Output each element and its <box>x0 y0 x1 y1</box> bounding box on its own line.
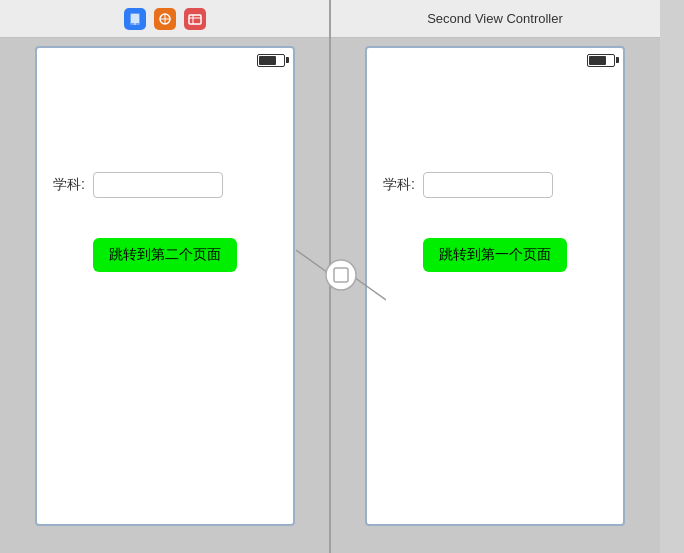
right-field-input[interactable] <box>423 172 553 198</box>
right-battery-icon <box>587 54 615 67</box>
view-icon <box>184 8 206 30</box>
svg-rect-6 <box>189 15 201 24</box>
left-battery-icon <box>257 54 285 67</box>
left-iphone-content: 学科: 跳转到第二个页面 <box>37 72 293 524</box>
panel-title: Second View Controller <box>427 11 563 26</box>
right-statusbar <box>367 48 623 72</box>
workspace: 学科: 跳转到第二个页面 Second View Controller <box>0 0 684 553</box>
right-iphone-content: 学科: 跳转到第一个页面 <box>367 72 623 524</box>
left-statusbar <box>37 48 293 72</box>
layout-icon <box>154 8 176 30</box>
left-panel: 学科: 跳转到第二个页面 <box>0 0 330 553</box>
phone-icon <box>124 8 146 30</box>
left-field-input[interactable] <box>93 172 223 198</box>
svg-rect-1 <box>131 14 139 23</box>
right-field-label: 学科: <box>383 176 415 194</box>
right-nav-button[interactable]: 跳转到第一个页面 <box>423 238 567 272</box>
svg-point-2 <box>134 23 136 25</box>
svg-point-11 <box>326 260 356 290</box>
right-iphone-frame: 学科: 跳转到第一个页面 <box>365 46 625 526</box>
right-field-row: 学科: <box>383 172 607 198</box>
left-nav-button[interactable]: 跳转到第二个页面 <box>93 238 237 272</box>
toolbar <box>0 0 330 38</box>
left-field-label: 学科: <box>53 176 85 194</box>
segue-connector <box>296 240 386 310</box>
left-field-row: 学科: <box>53 172 277 198</box>
left-iphone-frame: 学科: 跳转到第二个页面 <box>35 46 295 526</box>
panel-title-bar: Second View Controller <box>330 0 660 38</box>
